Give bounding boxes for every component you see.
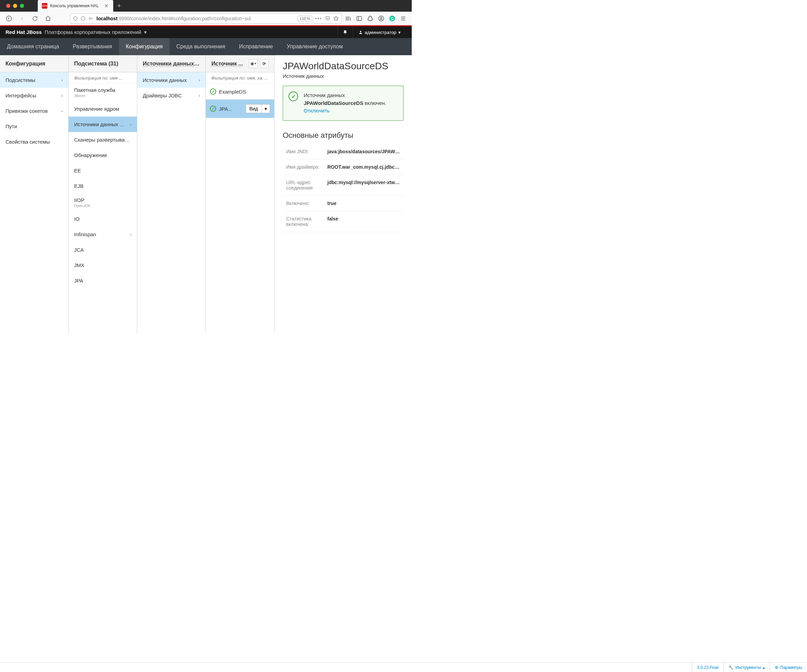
close-window-icon[interactable] [6,4,10,8]
main-nav: Домашняя страница Развертывания Конфигур… [0,38,412,55]
nav-patching[interactable]: Исправление [232,38,280,55]
subsystem-item-deployscanners[interactable]: Сканеры развертывания [69,132,137,147]
tab-title: Консоль управления HAL [50,3,101,8]
subsystem-item-core[interactable]: Управление ядром [69,101,137,117]
subsystem-item-jca[interactable]: JCA [69,242,137,258]
nav-deployments[interactable]: Развертывания [66,38,119,55]
subsystem-item-iiop[interactable]: IIOP OpenJDK [69,194,137,211]
add-datasource-button[interactable]: ⊕▾ [249,59,258,68]
chevron-right-icon: › [199,78,200,83]
bookmark-star-icon[interactable] [333,16,339,21]
maximize-window-icon[interactable] [20,4,24,8]
datasource-item-jpa[interactable]: ✓ JPA... Вид ▾ [206,99,274,118]
config-item-sysprops[interactable]: Свойства системы [0,134,68,149]
table-row: Статистика включена:false [283,211,404,232]
nav-runtime[interactable]: Среда выполнения [169,38,232,55]
toolbar-icons [345,15,408,22]
view-dropdown-button[interactable]: ▾ [262,104,270,113]
subsystem-item-ee[interactable]: EE [69,163,137,178]
account-icon[interactable] [378,15,386,22]
back-button[interactable] [4,14,14,23]
grammarly-icon[interactable] [389,15,397,22]
datasource-filter-input[interactable] [211,75,269,81]
chevron-down-icon: ▾ [399,30,401,35]
attr-value: java:jboss/datasources/JPAWorl... [324,144,404,159]
ds-category-drivers[interactable]: Драйверы JDBC› [137,88,206,103]
key-icon [88,16,94,21]
browser-chrome: RH Консоль управления HAL ✕ + [0,0,412,25]
nav-configuration[interactable]: Конфигурация [119,38,169,55]
svg-point-7 [360,31,361,32]
chevron-down-icon: ▾ [264,106,267,111]
datasource-item-example[interactable]: ✓ ExampleDS [206,84,274,99]
attr-key: Имя драйвера: [283,159,324,174]
subsystem-item-datasources[interactable]: Источники данных ...› [69,117,137,132]
bell-icon [343,30,347,35]
tab-close-icon[interactable]: ✕ [104,3,109,8]
svg-point-6 [389,15,395,21]
attr-value: jdbc:mysql://mysqlserver-xtwsy... [324,174,404,195]
page-actions-icon[interactable]: ••• [315,16,322,21]
check-circle-icon: ✓ [289,91,298,101]
ds-category-datasources[interactable]: Источники данных› [137,72,206,88]
subsystem-item-batch[interactable]: Пакетная служба JBeret [69,84,137,101]
config-item-sockets[interactable]: Привязки сокетов› [0,103,68,119]
pocket-icon[interactable] [325,16,330,21]
user-icon [359,30,363,34]
config-item-interfaces[interactable]: Интерфейсы› [0,88,68,103]
brand-dropdown-icon[interactable]: ▾ [144,29,147,35]
refresh-button[interactable]: ⟳ [260,59,269,68]
attributes-table: Имя JNDI:java:jboss/datasources/JPAWorl.… [283,144,404,232]
chevron-right-icon: › [130,122,131,127]
refresh-icon: ⟳ [262,61,266,66]
subsystem-item-jmx[interactable]: JMX [69,258,137,273]
url-field[interactable]: localhost:9990/console/index.html#config… [70,13,342,24]
menu-icon[interactable] [400,15,408,22]
config-item-subsystems[interactable]: Подсистемы› [0,72,68,88]
status-alert: ✓ Источник данных JPAWorldDataSourceDS в… [283,86,404,121]
subsystem-item-io[interactable]: IO [69,211,137,227]
user-menu[interactable]: администратор ▾ [353,26,406,38]
new-tab-button[interactable]: + [113,2,125,10]
disable-link[interactable]: Отключить [304,108,330,114]
library-icon[interactable] [345,15,353,22]
brand: Red Hat JBoss Платформа корпоративных пр… [5,29,147,35]
notifications-button[interactable] [338,26,353,38]
subsystem-item-ejb[interactable]: EJB [69,178,137,194]
subsystem-item-discovery[interactable]: Обнаружение [69,147,137,163]
attr-value: false [324,211,404,232]
attr-key: Имя JNDI: [283,144,324,159]
subsystem-item-infinispan[interactable]: Infinispan› [69,227,137,242]
home-button[interactable] [43,14,53,23]
url-text: localhost:9990/console/index.html#config… [96,16,295,21]
forward-button[interactable] [17,14,27,23]
detail-panel: JPAWorldDataSourceDS Источник данных ✓ И… [274,55,412,333]
attr-value: ROOT.war_com.mysql.cj.jdbc.Dri... [324,159,404,174]
jboss-header: Red Hat JBoss Платформа корпоративных пр… [0,26,412,38]
datasource-filter [206,72,274,84]
attr-key: Включено: [283,195,324,211]
sidebar-icon[interactable] [356,15,364,22]
zoom-badge[interactable]: 110 % [297,16,312,21]
minimize-window-icon[interactable] [13,4,17,8]
browser-tab[interactable]: RH Консоль управления HAL ✕ [38,0,113,12]
info-icon [81,16,85,21]
subsystems-filter-input[interactable] [74,75,131,81]
reload-button[interactable] [30,14,40,23]
nav-home[interactable]: Домашняя страница [0,38,66,55]
col-header-configuration: Конфигурация [0,55,68,72]
table-row: Имя JNDI:java:jboss/datasources/JPAWorl.… [283,144,404,159]
chevron-right-icon: › [61,109,63,114]
subsystem-item-jpa[interactable]: JPA [69,273,137,288]
config-item-paths[interactable]: Пути [0,119,68,134]
svg-point-0 [7,16,12,21]
column-datasource-list: Источник ... ⊕▾ ⟳ ✓ ExampleDS ✓ JPA... В… [206,55,274,333]
nav-access[interactable]: Управление доступом [280,38,350,55]
extension-icon[interactable] [367,15,375,22]
shield-icon [73,16,78,21]
col-header-subsystems: Подсистема (31) [69,55,137,72]
svg-point-2 [89,18,91,19]
table-row: URL-адрес соединенияjdbc:mysql://mysqlse… [283,174,404,195]
check-circle-icon: ✓ [210,106,216,112]
view-button[interactable]: Вид [246,104,262,113]
